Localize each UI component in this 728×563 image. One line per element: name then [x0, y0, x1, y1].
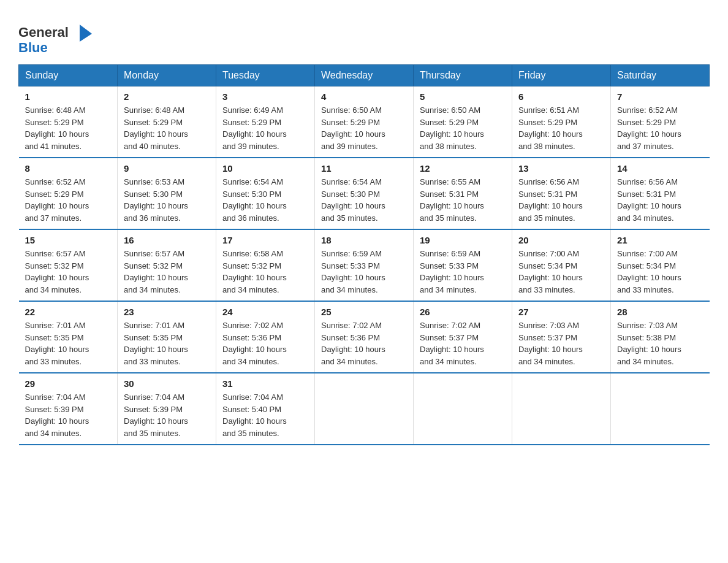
page-header: General Blue	[18, 12, 710, 58]
svg-text:General: General	[18, 25, 69, 40]
day-info: Sunrise: 7:00 AM Sunset: 5:34 PM Dayligh…	[617, 248, 703, 296]
calendar-day-cell	[315, 373, 414, 445]
calendar-day-cell: 24Sunrise: 7:02 AM Sunset: 5:36 PM Dayli…	[216, 301, 315, 373]
calendar-day-cell: 28Sunrise: 7:03 AM Sunset: 5:38 PM Dayli…	[611, 301, 710, 373]
calendar-day-cell: 25Sunrise: 7:02 AM Sunset: 5:36 PM Dayli…	[315, 301, 414, 373]
day-info: Sunrise: 6:48 AM Sunset: 5:29 PM Dayligh…	[124, 104, 210, 152]
calendar-week-row: 8Sunrise: 6:52 AM Sunset: 5:29 PM Daylig…	[19, 158, 710, 229]
calendar-day-cell: 14Sunrise: 6:56 AM Sunset: 5:31 PM Dayli…	[611, 158, 710, 229]
logo-svg: General Blue	[18, 18, 92, 58]
weekday-header-monday: Monday	[118, 65, 216, 86]
calendar-table: SundayMondayTuesdayWednesdayThursdayFrid…	[18, 64, 710, 445]
weekday-header-thursday: Thursday	[414, 65, 512, 86]
calendar-day-cell: 31Sunrise: 7:04 AM Sunset: 5:40 PM Dayli…	[216, 373, 315, 445]
day-number: 17	[222, 235, 308, 245]
weekday-header-row: SundayMondayTuesdayWednesdayThursdayFrid…	[19, 65, 710, 86]
calendar-day-cell: 26Sunrise: 7:02 AM Sunset: 5:37 PM Dayli…	[414, 301, 512, 373]
day-info: Sunrise: 6:53 AM Sunset: 5:30 PM Dayligh…	[124, 176, 210, 224]
calendar-day-cell: 9Sunrise: 6:53 AM Sunset: 5:30 PM Daylig…	[118, 158, 216, 229]
day-number: 2	[124, 91, 210, 102]
day-number: 3	[222, 91, 308, 102]
day-info: Sunrise: 7:00 AM Sunset: 5:34 PM Dayligh…	[518, 248, 604, 296]
calendar-day-cell: 11Sunrise: 6:54 AM Sunset: 5:30 PM Dayli…	[315, 158, 414, 229]
day-number: 10	[222, 163, 308, 174]
calendar-day-cell: 18Sunrise: 6:59 AM Sunset: 5:33 PM Dayli…	[315, 229, 414, 301]
day-info: Sunrise: 6:54 AM Sunset: 5:30 PM Dayligh…	[321, 176, 407, 224]
day-info: Sunrise: 7:04 AM Sunset: 5:40 PM Dayligh…	[222, 391, 308, 439]
day-info: Sunrise: 7:02 AM Sunset: 5:37 PM Dayligh…	[420, 320, 506, 367]
calendar-week-row: 29Sunrise: 7:04 AM Sunset: 5:39 PM Dayli…	[19, 373, 710, 445]
day-number: 24	[222, 307, 308, 317]
calendar-day-cell: 8Sunrise: 6:52 AM Sunset: 5:29 PM Daylig…	[19, 158, 118, 229]
calendar-day-cell: 5Sunrise: 6:50 AM Sunset: 5:29 PM Daylig…	[414, 86, 512, 158]
calendar-day-cell: 13Sunrise: 6:56 AM Sunset: 5:31 PM Dayli…	[512, 158, 611, 229]
day-info: Sunrise: 6:56 AM Sunset: 5:31 PM Dayligh…	[617, 176, 703, 224]
calendar-week-row: 15Sunrise: 6:57 AM Sunset: 5:32 PM Dayli…	[19, 229, 710, 301]
day-number: 11	[321, 163, 407, 174]
day-number: 18	[321, 235, 407, 245]
logo: General Blue	[18, 12, 92, 58]
day-info: Sunrise: 6:49 AM Sunset: 5:29 PM Dayligh…	[222, 104, 308, 152]
day-number: 15	[25, 235, 112, 245]
day-info: Sunrise: 6:57 AM Sunset: 5:32 PM Dayligh…	[25, 248, 112, 296]
calendar-day-cell: 20Sunrise: 7:00 AM Sunset: 5:34 PM Dayli…	[512, 229, 611, 301]
svg-text:Blue: Blue	[18, 40, 48, 55]
day-info: Sunrise: 6:50 AM Sunset: 5:29 PM Dayligh…	[420, 104, 506, 152]
calendar-day-cell	[512, 373, 611, 445]
day-number: 5	[420, 91, 506, 102]
day-info: Sunrise: 6:51 AM Sunset: 5:29 PM Dayligh…	[518, 104, 604, 152]
day-number: 23	[124, 307, 210, 317]
day-info: Sunrise: 7:03 AM Sunset: 5:37 PM Dayligh…	[518, 320, 604, 367]
day-number: 9	[124, 163, 210, 174]
day-number: 4	[321, 91, 407, 102]
day-info: Sunrise: 7:02 AM Sunset: 5:36 PM Dayligh…	[222, 320, 308, 367]
day-number: 19	[420, 235, 506, 245]
calendar-day-cell: 1Sunrise: 6:48 AM Sunset: 5:29 PM Daylig…	[19, 86, 118, 158]
calendar-day-cell: 16Sunrise: 6:57 AM Sunset: 5:32 PM Dayli…	[118, 229, 216, 301]
weekday-header-saturday: Saturday	[611, 65, 710, 86]
day-info: Sunrise: 6:52 AM Sunset: 5:29 PM Dayligh…	[617, 104, 703, 152]
day-info: Sunrise: 7:02 AM Sunset: 5:36 PM Dayligh…	[321, 320, 407, 367]
calendar-day-cell: 23Sunrise: 7:01 AM Sunset: 5:35 PM Dayli…	[118, 301, 216, 373]
day-info: Sunrise: 6:57 AM Sunset: 5:32 PM Dayligh…	[124, 248, 210, 296]
day-number: 1	[25, 91, 112, 102]
calendar-day-cell: 2Sunrise: 6:48 AM Sunset: 5:29 PM Daylig…	[118, 86, 216, 158]
weekday-header-sunday: Sunday	[19, 65, 118, 86]
day-info: Sunrise: 6:59 AM Sunset: 5:33 PM Dayligh…	[321, 248, 407, 296]
weekday-header-wednesday: Wednesday	[315, 65, 414, 86]
day-number: 21	[617, 235, 703, 245]
calendar-day-cell: 19Sunrise: 6:59 AM Sunset: 5:33 PM Dayli…	[414, 229, 512, 301]
calendar-day-cell	[414, 373, 512, 445]
day-info: Sunrise: 6:48 AM Sunset: 5:29 PM Dayligh…	[25, 104, 112, 152]
calendar-week-row: 22Sunrise: 7:01 AM Sunset: 5:35 PM Dayli…	[19, 301, 710, 373]
day-number: 16	[124, 235, 210, 245]
day-info: Sunrise: 6:50 AM Sunset: 5:29 PM Dayligh…	[321, 104, 407, 152]
calendar-day-cell: 29Sunrise: 7:04 AM Sunset: 5:39 PM Dayli…	[19, 373, 118, 445]
calendar-day-cell: 15Sunrise: 6:57 AM Sunset: 5:32 PM Dayli…	[19, 229, 118, 301]
calendar-week-row: 1Sunrise: 6:48 AM Sunset: 5:29 PM Daylig…	[19, 86, 710, 158]
day-info: Sunrise: 6:52 AM Sunset: 5:29 PM Dayligh…	[25, 176, 112, 224]
day-number: 7	[617, 91, 703, 102]
day-info: Sunrise: 7:01 AM Sunset: 5:35 PM Dayligh…	[124, 320, 210, 367]
weekday-header-tuesday: Tuesday	[216, 65, 315, 86]
calendar-day-cell: 7Sunrise: 6:52 AM Sunset: 5:29 PM Daylig…	[611, 86, 710, 158]
calendar-header: SundayMondayTuesdayWednesdayThursdayFrid…	[19, 65, 710, 86]
calendar-day-cell: 22Sunrise: 7:01 AM Sunset: 5:35 PM Dayli…	[19, 301, 118, 373]
day-number: 8	[25, 163, 112, 174]
day-number: 20	[518, 235, 604, 245]
day-info: Sunrise: 7:04 AM Sunset: 5:39 PM Dayligh…	[25, 391, 112, 439]
calendar-day-cell: 17Sunrise: 6:58 AM Sunset: 5:32 PM Dayli…	[216, 229, 315, 301]
day-info: Sunrise: 7:04 AM Sunset: 5:39 PM Dayligh…	[124, 391, 210, 439]
calendar-day-cell	[611, 373, 710, 445]
weekday-header-friday: Friday	[512, 65, 611, 86]
day-number: 26	[420, 307, 506, 317]
day-number: 6	[518, 91, 604, 102]
day-number: 29	[25, 378, 112, 389]
day-info: Sunrise: 7:01 AM Sunset: 5:35 PM Dayligh…	[25, 320, 112, 367]
day-number: 22	[25, 307, 112, 317]
svg-marker-1	[80, 25, 92, 42]
calendar-day-cell: 30Sunrise: 7:04 AM Sunset: 5:39 PM Dayli…	[118, 373, 216, 445]
day-number: 14	[617, 163, 703, 174]
day-info: Sunrise: 6:56 AM Sunset: 5:31 PM Dayligh…	[518, 176, 604, 224]
day-number: 30	[124, 378, 210, 389]
